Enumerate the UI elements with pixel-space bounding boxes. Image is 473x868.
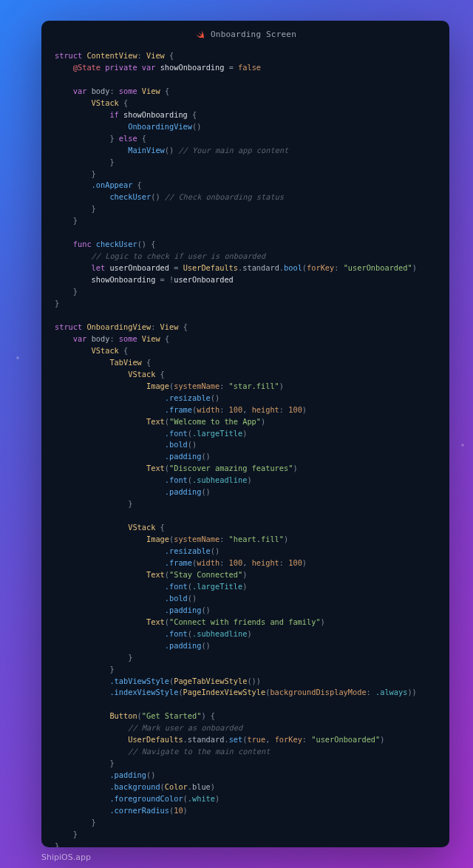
code-area[interactable]: struct ContentView: View { @State privat… [41,47,449,847]
window-title: Onboarding Screen [211,30,296,39]
window-titlebar: Onboarding Screen [41,21,449,47]
decorative-dot [461,444,464,447]
decorative-dot [16,356,19,359]
watermark-text: ShipiOS.app [41,852,91,862]
code-editor-window: Onboarding Screen struct ContentView: Vi… [41,21,449,847]
swift-icon [194,29,205,39]
